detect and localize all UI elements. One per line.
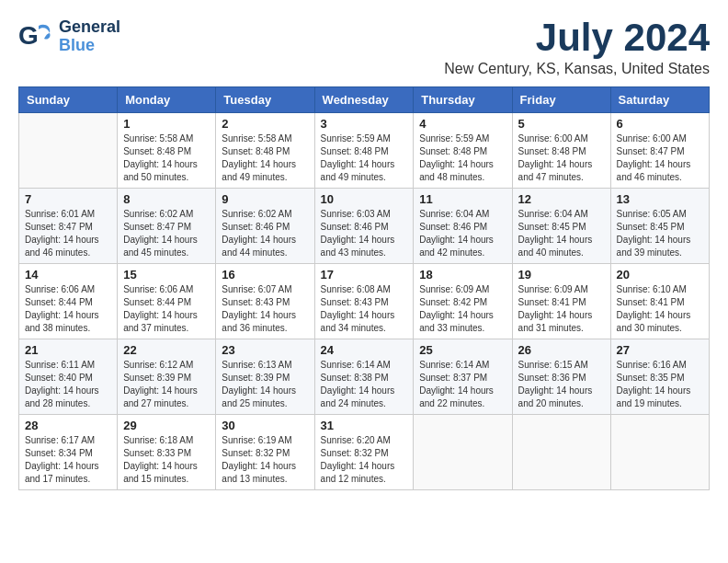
day-info: Sunrise: 6:13 AM Sunset: 8:39 PM Dayligh… <box>222 359 308 410</box>
calendar-cell: 16Sunrise: 6:07 AM Sunset: 8:43 PM Dayli… <box>216 264 314 339</box>
logo: G General Blue <box>18 18 120 55</box>
day-number: 11 <box>419 192 506 206</box>
calendar-cell: 20Sunrise: 6:10 AM Sunset: 8:41 PM Dayli… <box>610 264 709 339</box>
calendar-week-1: 1Sunrise: 5:58 AM Sunset: 8:48 PM Daylig… <box>19 113 710 189</box>
day-info: Sunrise: 6:02 AM Sunset: 8:47 PM Dayligh… <box>123 208 210 259</box>
day-info: Sunrise: 6:03 AM Sunset: 8:46 PM Dayligh… <box>321 208 408 259</box>
day-info: Sunrise: 6:19 AM Sunset: 8:32 PM Dayligh… <box>222 434 308 486</box>
calendar-cell: 18Sunrise: 6:09 AM Sunset: 8:42 PM Dayli… <box>414 264 512 339</box>
day-info: Sunrise: 6:00 AM Sunset: 8:48 PM Dayligh… <box>518 132 605 184</box>
day-info: Sunrise: 6:09 AM Sunset: 8:41 PM Dayligh… <box>518 283 605 335</box>
day-number: 5 <box>518 117 605 131</box>
day-info: Sunrise: 6:08 AM Sunset: 8:43 PM Dayligh… <box>321 283 408 335</box>
day-info: Sunrise: 6:06 AM Sunset: 8:44 PM Dayligh… <box>25 283 111 335</box>
calendar-cell: 25Sunrise: 6:14 AM Sunset: 8:37 PM Dayli… <box>414 339 512 415</box>
calendar-cell: 2Sunrise: 5:58 AM Sunset: 8:48 PM Daylig… <box>216 113 314 189</box>
day-header-friday: Friday <box>512 87 610 113</box>
day-info: Sunrise: 6:11 AM Sunset: 8:40 PM Dayligh… <box>25 359 111 410</box>
day-info: Sunrise: 6:05 AM Sunset: 8:45 PM Dayligh… <box>617 208 703 259</box>
day-info: Sunrise: 6:04 AM Sunset: 8:46 PM Dayligh… <box>419 208 506 259</box>
day-number: 22 <box>123 343 210 357</box>
calendar-cell <box>414 415 512 490</box>
day-info: Sunrise: 5:59 AM Sunset: 8:48 PM Dayligh… <box>419 132 506 184</box>
day-number: 25 <box>419 343 506 357</box>
calendar-cell: 15Sunrise: 6:06 AM Sunset: 8:44 PM Dayli… <box>118 264 216 339</box>
day-number: 23 <box>222 343 308 357</box>
location-title: New Century, KS, Kansas, United States <box>444 61 710 77</box>
month-title: July 2024 <box>444 18 710 57</box>
day-number: 13 <box>617 192 703 206</box>
calendar-week-2: 7Sunrise: 6:01 AM Sunset: 8:47 PM Daylig… <box>19 189 710 264</box>
day-number: 24 <box>321 343 408 357</box>
calendar-cell: 14Sunrise: 6:06 AM Sunset: 8:44 PM Dayli… <box>19 264 118 339</box>
day-number: 27 <box>617 343 703 357</box>
day-number: 6 <box>617 117 703 131</box>
calendar-cell: 5Sunrise: 6:00 AM Sunset: 8:48 PM Daylig… <box>512 113 610 189</box>
calendar-cell: 10Sunrise: 6:03 AM Sunset: 8:46 PM Dayli… <box>314 189 414 264</box>
calendar-cell: 28Sunrise: 6:17 AM Sunset: 8:34 PM Dayli… <box>19 415 118 490</box>
day-number: 10 <box>321 192 408 206</box>
header-row: SundayMondayTuesdayWednesdayThursdayFrid… <box>19 87 710 113</box>
day-info: Sunrise: 6:09 AM Sunset: 8:42 PM Dayligh… <box>419 283 506 335</box>
day-number: 9 <box>222 192 308 206</box>
day-info: Sunrise: 6:17 AM Sunset: 8:34 PM Dayligh… <box>25 434 111 486</box>
calendar-cell: 7Sunrise: 6:01 AM Sunset: 8:47 PM Daylig… <box>19 189 118 264</box>
day-number: 29 <box>123 419 210 432</box>
day-info: Sunrise: 6:14 AM Sunset: 8:37 PM Dayligh… <box>419 359 506 410</box>
calendar-header: SundayMondayTuesdayWednesdayThursdayFrid… <box>19 87 710 113</box>
day-info: Sunrise: 6:12 AM Sunset: 8:39 PM Dayligh… <box>123 359 210 410</box>
day-info: Sunrise: 6:06 AM Sunset: 8:44 PM Dayligh… <box>123 283 210 335</box>
day-info: Sunrise: 5:58 AM Sunset: 8:48 PM Dayligh… <box>222 132 308 184</box>
day-number: 15 <box>123 268 210 282</box>
calendar-cell: 1Sunrise: 5:58 AM Sunset: 8:48 PM Daylig… <box>118 113 216 189</box>
logo-icon: G <box>18 18 55 55</box>
day-number: 21 <box>25 343 111 357</box>
calendar-cell: 8Sunrise: 6:02 AM Sunset: 8:47 PM Daylig… <box>118 189 216 264</box>
day-header-monday: Monday <box>118 87 216 113</box>
day-number: 7 <box>25 192 111 206</box>
day-number: 19 <box>518 268 605 282</box>
day-number: 1 <box>123 117 210 131</box>
calendar-week-3: 14Sunrise: 6:06 AM Sunset: 8:44 PM Dayli… <box>19 264 710 339</box>
calendar-table: SundayMondayTuesdayWednesdayThursdayFrid… <box>18 86 710 490</box>
day-info: Sunrise: 6:07 AM Sunset: 8:43 PM Dayligh… <box>222 283 308 335</box>
calendar-week-5: 28Sunrise: 6:17 AM Sunset: 8:34 PM Dayli… <box>19 415 710 490</box>
calendar-week-4: 21Sunrise: 6:11 AM Sunset: 8:40 PM Dayli… <box>19 339 710 415</box>
day-info: Sunrise: 6:20 AM Sunset: 8:32 PM Dayligh… <box>321 434 408 486</box>
day-number: 17 <box>321 268 408 282</box>
calendar-cell: 19Sunrise: 6:09 AM Sunset: 8:41 PM Dayli… <box>512 264 610 339</box>
day-header-tuesday: Tuesday <box>216 87 314 113</box>
day-number: 14 <box>25 268 111 282</box>
day-info: Sunrise: 6:14 AM Sunset: 8:38 PM Dayligh… <box>321 359 408 410</box>
calendar-cell: 22Sunrise: 6:12 AM Sunset: 8:39 PM Dayli… <box>118 339 216 415</box>
day-number: 2 <box>222 117 308 131</box>
calendar-cell: 23Sunrise: 6:13 AM Sunset: 8:39 PM Dayli… <box>216 339 314 415</box>
calendar-cell: 6Sunrise: 6:00 AM Sunset: 8:47 PM Daylig… <box>610 113 709 189</box>
calendar-cell: 4Sunrise: 5:59 AM Sunset: 8:48 PM Daylig… <box>414 113 512 189</box>
logo-text: General Blue <box>59 18 120 55</box>
day-header-sunday: Sunday <box>19 87 118 113</box>
day-info: Sunrise: 5:59 AM Sunset: 8:48 PM Dayligh… <box>321 132 408 184</box>
calendar-cell: 26Sunrise: 6:15 AM Sunset: 8:36 PM Dayli… <box>512 339 610 415</box>
calendar-cell: 11Sunrise: 6:04 AM Sunset: 8:46 PM Dayli… <box>414 189 512 264</box>
day-number: 20 <box>617 268 703 282</box>
day-info: Sunrise: 6:00 AM Sunset: 8:47 PM Dayligh… <box>617 132 703 184</box>
calendar-cell: 29Sunrise: 6:18 AM Sunset: 8:33 PM Dayli… <box>118 415 216 490</box>
day-number: 4 <box>419 117 506 131</box>
day-header-saturday: Saturday <box>610 87 709 113</box>
day-number: 3 <box>321 117 408 131</box>
svg-text:G: G <box>18 21 39 50</box>
day-info: Sunrise: 5:58 AM Sunset: 8:48 PM Dayligh… <box>123 132 210 184</box>
calendar-cell: 24Sunrise: 6:14 AM Sunset: 8:38 PM Dayli… <box>314 339 414 415</box>
day-info: Sunrise: 6:15 AM Sunset: 8:36 PM Dayligh… <box>518 359 605 410</box>
calendar-body: 1Sunrise: 5:58 AM Sunset: 8:48 PM Daylig… <box>19 113 710 490</box>
day-number: 8 <box>123 192 210 206</box>
calendar-cell: 13Sunrise: 6:05 AM Sunset: 8:45 PM Dayli… <box>610 189 709 264</box>
day-number: 31 <box>321 419 408 432</box>
calendar-cell: 30Sunrise: 6:19 AM Sunset: 8:32 PM Dayli… <box>216 415 314 490</box>
day-number: 16 <box>222 268 308 282</box>
day-info: Sunrise: 6:16 AM Sunset: 8:35 PM Dayligh… <box>617 359 703 410</box>
calendar-cell <box>19 113 118 189</box>
calendar-cell: 9Sunrise: 6:02 AM Sunset: 8:46 PM Daylig… <box>216 189 314 264</box>
calendar-cell <box>512 415 610 490</box>
